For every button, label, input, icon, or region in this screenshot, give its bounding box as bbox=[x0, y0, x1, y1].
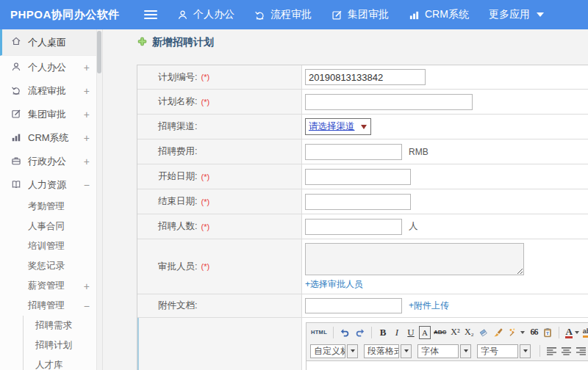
sidebar-subitem-training[interactable]: 培训管理 bbox=[0, 236, 102, 256]
font-size-select[interactable]: 字号 bbox=[477, 344, 531, 358]
nav-item-label: CRM系统 bbox=[425, 8, 469, 21]
align-right-button[interactable] bbox=[575, 344, 587, 358]
caret-down-icon[interactable] bbox=[520, 344, 531, 358]
italic-button[interactable]: I bbox=[391, 326, 403, 339]
caret-down-icon[interactable] bbox=[347, 344, 358, 358]
field-value-cell: 人 bbox=[302, 214, 588, 239]
expand-plus-icon[interactable]: + bbox=[84, 62, 90, 73]
plan-no-input[interactable] bbox=[305, 69, 426, 85]
sidebar-subitem-rewards[interactable]: 奖惩记录 bbox=[0, 256, 102, 276]
attachment-upload-link[interactable]: +附件上传 bbox=[409, 300, 449, 312]
subscript-button[interactable]: X₂ bbox=[463, 326, 475, 339]
channel-select[interactable]: 请选择渠道 bbox=[305, 118, 371, 135]
nav-item-group-approval[interactable]: 集团审批 bbox=[331, 8, 389, 21]
end-date-input[interactable] bbox=[305, 194, 411, 210]
sidebar-item-label: 个人办公 bbox=[28, 61, 66, 74]
sidebar-subitem-attendance[interactable]: 考勤管理 bbox=[0, 197, 102, 217]
format-brush-button[interactable] bbox=[492, 326, 504, 339]
field-label: 招聘人数: bbox=[158, 220, 197, 233]
attachment-input[interactable] bbox=[305, 298, 402, 313]
headcount-input[interactable] bbox=[305, 219, 402, 235]
hamburger-menu-icon[interactable] bbox=[144, 10, 157, 20]
editor-content-area[interactable] bbox=[306, 360, 588, 370]
sidebar-item-hr[interactable]: 人力资源 − bbox=[0, 173, 102, 197]
expand-plus-icon[interactable]: + bbox=[84, 156, 90, 167]
required-mark: (*) bbox=[201, 222, 209, 231]
sidebar-subitem-recruit-mgmt[interactable]: 招聘管理 − bbox=[0, 296, 102, 316]
align-left-button[interactable] bbox=[545, 344, 558, 358]
field-label: 招聘渠道: bbox=[158, 120, 197, 133]
sidebar-subitem-label: 招聘管理 bbox=[28, 300, 65, 312]
sidebar-item-label: CRM系统 bbox=[28, 131, 69, 145]
expand-plus-icon[interactable]: + bbox=[84, 132, 90, 144]
select-approver-link[interactable]: +选择审批人员 bbox=[305, 278, 363, 291]
sidebar-subitem-recruit-demand[interactable]: 招聘需求 bbox=[24, 316, 102, 335]
paste-button[interactable]: T bbox=[542, 326, 553, 339]
fee-input[interactable] bbox=[305, 144, 402, 160]
highlight-glyph: ab bbox=[583, 327, 588, 338]
field-label-cell: 附件文档: bbox=[137, 294, 302, 317]
font-size-value: 字号 bbox=[477, 344, 518, 358]
sidebar-subitem-hr-contract[interactable]: 人事合同 bbox=[0, 217, 102, 236]
edit-square-icon bbox=[331, 10, 343, 21]
sidebar-item-personal-office[interactable]: 个人办公 + bbox=[0, 56, 102, 79]
bar-chart-icon bbox=[11, 132, 21, 145]
caret-down-icon bbox=[537, 12, 544, 17]
paragraph-format-select[interactable]: 段落格式 bbox=[364, 344, 412, 358]
nav-item-label: 更多应用 bbox=[489, 8, 530, 21]
expand-plus-icon[interactable]: + bbox=[84, 85, 90, 97]
html-source-button[interactable]: HTML bbox=[310, 326, 328, 339]
sidebar-scrollbar-thumb[interactable] bbox=[97, 31, 101, 73]
underline-button[interactable]: U bbox=[405, 326, 417, 339]
superscript-button[interactable]: X² bbox=[449, 326, 461, 339]
align-center-button[interactable] bbox=[560, 344, 573, 358]
sidebar-subitem-label: 招聘需求 bbox=[35, 319, 72, 332]
font-family-select[interactable]: 字体 bbox=[417, 344, 471, 358]
editor-toolbar-row2: 自定义标题 段落格式 字体 字号 bbox=[306, 341, 588, 360]
bold-button[interactable]: B bbox=[377, 326, 389, 339]
sidebar-item-label: 集团审批 bbox=[28, 108, 66, 121]
sidebar-item-admin-office[interactable]: 行政办公 + bbox=[0, 150, 102, 173]
auto-format-button[interactable] bbox=[506, 326, 526, 339]
sidebar-item-desktop[interactable]: 个人桌面 bbox=[0, 29, 102, 56]
sidebar-item-group-approval[interactable]: 集团审批 + bbox=[0, 103, 102, 126]
sidebar-subitem-recruit-plan[interactable]: 招聘计划 bbox=[24, 335, 102, 355]
nav-item-crm[interactable]: CRM系统 bbox=[409, 8, 469, 21]
font-style-button[interactable]: A bbox=[419, 326, 431, 339]
svg-text:T: T bbox=[546, 330, 549, 335]
nav-item-more-apps[interactable]: 更多应用 bbox=[489, 8, 544, 21]
sidebar-item-workflow-approval[interactable]: 流程审批 + bbox=[0, 79, 102, 103]
caret-down-icon[interactable] bbox=[460, 344, 471, 358]
redo-button[interactable] bbox=[354, 326, 366, 339]
sidebar-subitem-talent-pool[interactable]: 人才库 bbox=[24, 355, 102, 370]
form-row-plan-no: 计划编号: (*) bbox=[137, 65, 588, 90]
approver-textarea[interactable] bbox=[305, 243, 524, 275]
sidebar-subitem-label: 奖惩记录 bbox=[28, 260, 65, 272]
field-label-cell: 招聘费用: bbox=[137, 139, 302, 164]
collapse-minus-icon[interactable]: − bbox=[84, 300, 90, 312]
eraser-button[interactable] bbox=[477, 326, 490, 339]
field-value-cell bbox=[302, 90, 588, 114]
expand-plus-icon[interactable]: + bbox=[84, 280, 90, 292]
nav-item-workflow-approval[interactable]: 流程审批 bbox=[254, 8, 312, 21]
sidebar-item-crm[interactable]: CRM系统 + bbox=[0, 126, 102, 150]
nav-item-personal-office[interactable]: 个人办公 bbox=[177, 8, 234, 21]
sidebar: 个人桌面 个人办公 + 流程审批 + bbox=[0, 29, 103, 370]
undo-button[interactable] bbox=[339, 326, 351, 339]
blockquote-button[interactable]: 66 bbox=[528, 326, 539, 339]
sidebar-scrollbar-track[interactable] bbox=[96, 29, 102, 370]
flow-arrow-icon bbox=[254, 10, 265, 21]
collapse-minus-icon[interactable]: − bbox=[84, 179, 90, 191]
strikethrough-button[interactable]: ABC bbox=[433, 326, 447, 339]
form-row-end-date: 结束日期: (*) bbox=[137, 189, 588, 214]
expand-plus-icon[interactable]: + bbox=[84, 109, 90, 120]
add-plus-icon bbox=[137, 36, 147, 49]
plan-name-input[interactable] bbox=[305, 94, 473, 110]
highlight-color-button[interactable]: ab bbox=[582, 326, 588, 339]
custom-heading-select[interactable]: 自定义标题 bbox=[310, 344, 358, 358]
font-color-button[interactable]: A bbox=[564, 326, 579, 339]
caret-down-icon[interactable] bbox=[401, 344, 412, 358]
form-row-attachment: 附件文档: +附件上传 bbox=[137, 294, 588, 318]
sidebar-subitem-salary[interactable]: 薪资管理 + bbox=[0, 276, 102, 296]
start-date-input[interactable] bbox=[305, 169, 411, 185]
